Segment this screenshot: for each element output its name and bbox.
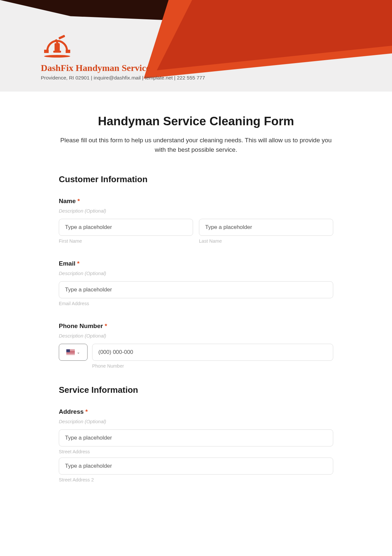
phone-label: Phone Number *	[59, 322, 333, 330]
field-name: Name * Description (Optional) First Name…	[59, 198, 333, 244]
section-service-title: Service Information	[59, 385, 333, 395]
company-name: DashFix Handyman Service	[41, 63, 205, 73]
form-subtitle: Please fill out this form to help us und…	[59, 135, 333, 155]
phone-sublabel: Phone Number	[92, 363, 333, 369]
svg-rect-5	[53, 51, 61, 53]
field-phone: Phone Number * Description (Optional) ⌄ …	[59, 322, 333, 369]
email-label: Email *	[59, 260, 333, 267]
last-name-input[interactable]	[199, 219, 333, 236]
phone-input[interactable]	[92, 344, 333, 361]
email-input[interactable]	[59, 281, 333, 298]
last-name-sublabel: Last Name	[199, 238, 333, 244]
header-banner: DashFix Handyman Service Providence, RI …	[0, 0, 392, 92]
svg-rect-4	[58, 35, 65, 40]
country-code-select[interactable]: ⌄	[59, 344, 88, 361]
field-address: Address * Description (Optional) Street …	[59, 408, 333, 482]
svg-rect-0	[44, 50, 49, 53]
street-address-2-sublabel: Street Address 2	[59, 477, 333, 482]
address-description: Description (Optional)	[59, 419, 333, 424]
name-label: Name *	[59, 198, 333, 205]
header-content: DashFix Handyman Service Providence, RI …	[41, 33, 205, 81]
required-marker: *	[85, 408, 88, 415]
svg-point-6	[44, 55, 70, 58]
street-address-sublabel: Street Address	[59, 449, 333, 454]
name-description: Description (Optional)	[59, 208, 333, 214]
company-info: Providence, RI 02901 | inquire@dashfix.m…	[41, 75, 205, 81]
email-sublabel: Email Address	[59, 301, 333, 306]
field-email: Email * Description (Optional) Email Add…	[59, 260, 333, 306]
company-logo-icon	[41, 33, 74, 59]
form-title: Handyman Service Cleaning Form	[59, 114, 333, 128]
required-marker: *	[105, 322, 107, 329]
us-flag-icon	[66, 349, 75, 355]
address-label: Address *	[59, 408, 333, 415]
chevron-down-icon: ⌄	[77, 350, 80, 355]
street-address-input[interactable]	[59, 429, 333, 446]
first-name-sublabel: First Name	[59, 238, 193, 244]
section-customer-title: Customer Information	[59, 174, 333, 184]
svg-rect-1	[66, 50, 70, 53]
form-container: Handyman Service Cleaning Form Please fi…	[49, 114, 343, 482]
required-marker: *	[77, 260, 79, 267]
required-marker: *	[77, 198, 80, 204]
phone-description: Description (Optional)	[59, 333, 333, 339]
first-name-input[interactable]	[59, 219, 193, 236]
email-description: Description (Optional)	[59, 270, 333, 276]
street-address-2-input[interactable]	[59, 458, 333, 475]
